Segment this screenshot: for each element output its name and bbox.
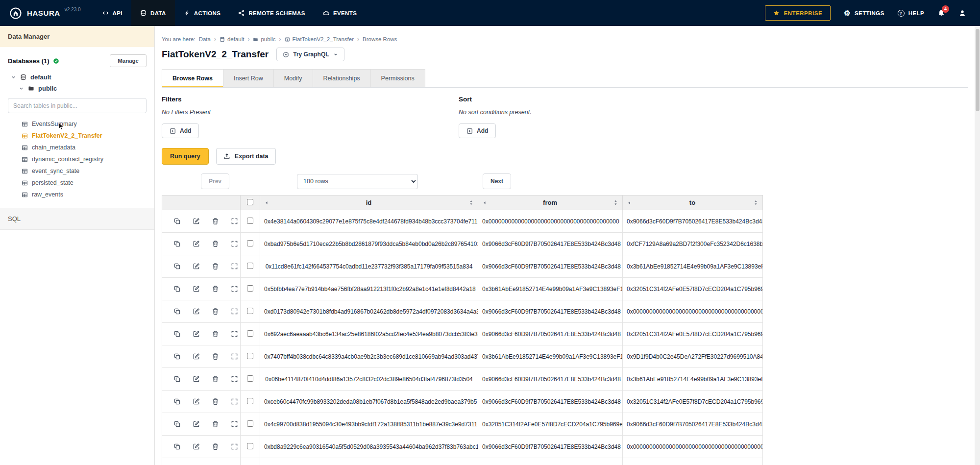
clone-row-button[interactable]	[172, 397, 182, 406]
expand-row-button[interactable]	[230, 397, 239, 406]
delete-row-button[interactable]	[211, 352, 220, 361]
expand-row-button[interactable]	[230, 239, 239, 248]
scrollbar-thumb[interactable]	[976, 29, 980, 111]
table-search-input[interactable]	[8, 98, 147, 113]
settings-button[interactable]: ⚙ SETTINGS	[844, 9, 884, 17]
delete-row-button[interactable]	[211, 284, 220, 294]
tab-browse-rows[interactable]: Browse Rows	[162, 69, 223, 87]
help-button[interactable]: ? HELP	[898, 10, 924, 17]
breadcrumb-public[interactable]: public	[253, 36, 275, 42]
breadcrumb-table[interactable]: FiatTokenV2_2_Transfer	[285, 36, 354, 42]
clone-row-button[interactable]	[172, 374, 182, 384]
chevron-down-icon[interactable]	[19, 86, 24, 91]
delete-row-button[interactable]	[211, 397, 220, 406]
sidebar-table-item[interactable]: EventsSummary	[0, 118, 154, 130]
clone-row-button[interactable]	[172, 329, 182, 339]
clone-row-button[interactable]	[172, 239, 182, 248]
expand-row-button[interactable]	[230, 442, 239, 451]
sidebar-section-sql[interactable]: SQL	[0, 208, 154, 230]
sidebar-table-item[interactable]: dynamic_contract_registry	[0, 153, 154, 165]
row-checkbox[interactable]	[247, 443, 253, 449]
row-checkbox[interactable]	[247, 398, 253, 404]
clone-row-button[interactable]	[172, 262, 182, 271]
delete-row-button[interactable]	[211, 442, 220, 451]
edit-row-button[interactable]	[192, 352, 201, 361]
edit-row-button[interactable]	[192, 329, 201, 339]
column-header-to[interactable]: to	[623, 196, 763, 210]
select-all-checkbox[interactable]	[247, 199, 253, 205]
expand-row-button[interactable]	[230, 262, 239, 271]
add-sort-button[interactable]: Add	[459, 123, 496, 138]
nav-item-data[interactable]: DATA	[131, 0, 175, 26]
notifications-button[interactable]: 4	[937, 9, 945, 17]
nav-item-events[interactable]: EVENTS	[314, 0, 366, 26]
delete-row-button[interactable]	[211, 307, 220, 316]
expand-row-button[interactable]	[230, 329, 239, 339]
edit-row-button[interactable]	[192, 239, 201, 248]
edit-row-button[interactable]	[192, 442, 201, 451]
row-checkbox[interactable]	[247, 263, 253, 269]
tree-item-public[interactable]: public	[0, 83, 154, 94]
edit-row-button[interactable]	[192, 397, 201, 406]
sidebar-table-item[interactable]: event_sync_state	[0, 165, 154, 177]
clone-row-button[interactable]	[172, 352, 182, 361]
tab-modify[interactable]: Modify	[273, 69, 313, 87]
sidebar-table-item[interactable]: chain_metadata	[0, 142, 154, 153]
clone-row-button[interactable]	[172, 307, 182, 316]
edit-row-button[interactable]	[192, 419, 201, 429]
sidebar-table-item[interactable]: raw_events	[0, 189, 154, 200]
clone-row-button[interactable]	[172, 217, 182, 226]
delete-row-button[interactable]	[211, 329, 220, 339]
clone-row-button[interactable]	[172, 284, 182, 294]
column-header-id[interactable]: id	[260, 196, 478, 210]
add-filter-button[interactable]: Add	[162, 123, 199, 138]
expand-row-button[interactable]	[230, 217, 239, 226]
chevron-down-icon[interactable]	[11, 74, 16, 80]
delete-row-button[interactable]	[211, 374, 220, 384]
sidebar-table-item[interactable]: FiatTokenV2_2_Transfer	[0, 130, 154, 142]
vertical-scrollbar[interactable]	[975, 26, 980, 465]
delete-row-button[interactable]	[211, 217, 220, 226]
edit-row-button[interactable]	[192, 374, 201, 384]
tree-item-default[interactable]: default	[0, 72, 154, 83]
expand-row-button[interactable]	[230, 419, 239, 429]
delete-row-button[interactable]	[211, 419, 220, 429]
nav-item-actions[interactable]: ACTIONS	[175, 0, 230, 26]
row-checkbox[interactable]	[247, 353, 253, 359]
breadcrumb-data[interactable]: Data	[199, 36, 211, 42]
expand-row-button[interactable]	[230, 307, 239, 316]
hasura-brand[interactable]: HASURA v2.23.0	[0, 0, 89, 26]
edit-row-button[interactable]	[192, 217, 201, 226]
next-page-button[interactable]: Next	[483, 173, 511, 189]
user-menu-button[interactable]	[958, 9, 966, 17]
expand-row-button[interactable]	[230, 284, 239, 294]
sidebar-table-item[interactable]: persisted_state	[0, 177, 154, 189]
nav-item-api[interactable]: API	[94, 0, 131, 26]
row-checkbox[interactable]	[247, 285, 253, 292]
tab-relationships[interactable]: Relationships	[313, 69, 371, 87]
delete-row-button[interactable]	[211, 239, 220, 248]
enterprise-button[interactable]: ENTERPRISE	[765, 5, 831, 21]
prev-page-button[interactable]: Prev	[201, 173, 229, 189]
run-query-button[interactable]: Run query	[162, 148, 209, 165]
sort-column-icon[interactable]	[468, 200, 474, 205]
expand-row-button[interactable]	[230, 352, 239, 361]
breadcrumb-browse-rows[interactable]: Browse Rows	[363, 36, 397, 42]
clone-row-button[interactable]	[172, 419, 182, 429]
row-checkbox[interactable]	[247, 218, 253, 224]
row-checkbox[interactable]	[247, 308, 253, 314]
collapse-column-icon[interactable]	[264, 200, 269, 205]
row-checkbox[interactable]	[247, 420, 253, 427]
export-data-button[interactable]: Export data	[216, 148, 276, 165]
sort-column-icon[interactable]	[613, 200, 618, 205]
edit-row-button[interactable]	[192, 307, 201, 316]
row-checkbox[interactable]	[247, 240, 253, 246]
try-graphql-button[interactable]: Try GraphQL	[276, 48, 344, 61]
collapse-column-icon[interactable]	[627, 200, 632, 205]
clone-row-button[interactable]	[172, 442, 182, 451]
expand-row-button[interactable]	[230, 374, 239, 384]
nav-item-remote-schemas[interactable]: REMOTE SCHEMAS	[229, 0, 314, 26]
row-checkbox[interactable]	[247, 330, 253, 337]
edit-row-button[interactable]	[192, 284, 201, 294]
row-checkbox[interactable]	[247, 375, 253, 382]
